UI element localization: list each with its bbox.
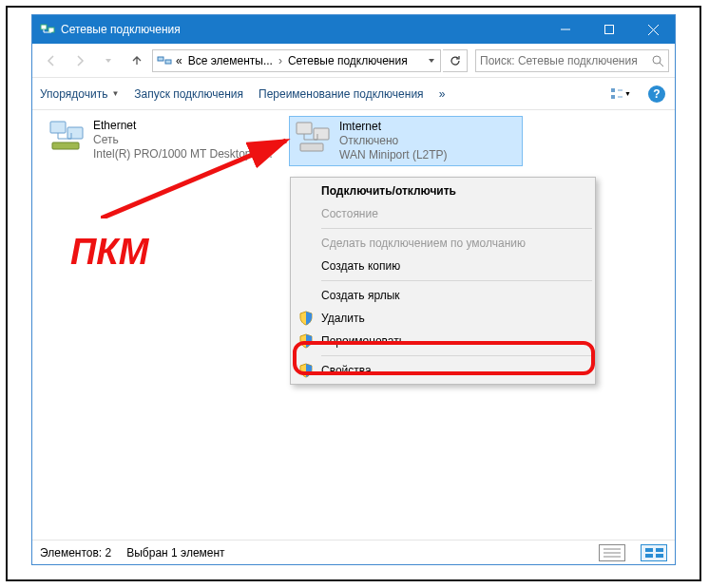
navbar: « Все элементы... › Сетевые подключения bbox=[32, 44, 675, 78]
connection-device: Intel(R) PRO/1000 MT Desktop Ad... bbox=[93, 147, 274, 161]
location-icon bbox=[157, 53, 172, 68]
shield-icon bbox=[298, 363, 314, 378]
toolbar: Упорядочить▼ Запуск подключения Переимен… bbox=[32, 78, 675, 110]
connection-item-ethernet[interactable]: Ethernet Сеть Intel(R) PRO/1000 MT Deskt… bbox=[44, 116, 278, 164]
search-input[interactable] bbox=[480, 54, 651, 67]
help-button[interactable]: ? bbox=[646, 84, 667, 104]
connection-status: Отключено bbox=[339, 134, 448, 148]
svg-rect-3 bbox=[605, 26, 614, 34]
menu-set-default: Сделать подключением по умолчанию bbox=[293, 232, 593, 255]
forward-button[interactable] bbox=[67, 47, 93, 74]
menu-connect[interactable]: Подключить/отключить bbox=[293, 180, 593, 202]
maximize-button[interactable] bbox=[587, 15, 631, 44]
svg-rect-11 bbox=[611, 95, 615, 99]
menu-create-shortcut[interactable]: Создать ярлык bbox=[293, 284, 593, 307]
svg-rect-19 bbox=[300, 143, 323, 151]
view-large-icons-button[interactable] bbox=[641, 544, 667, 561]
menu-properties[interactable]: Свойства bbox=[293, 359, 593, 382]
close-button[interactable] bbox=[631, 15, 675, 44]
connection-item-internet[interactable]: Imternet Отключено WAN Miniport (L2TP) bbox=[289, 116, 523, 166]
svg-rect-17 bbox=[297, 123, 312, 134]
start-connection-button[interactable]: Запуск подключения bbox=[134, 87, 243, 101]
connection-name: Ethernet bbox=[93, 119, 274, 133]
recent-dropdown[interactable] bbox=[95, 47, 122, 74]
network-adapter-icon bbox=[294, 120, 334, 156]
svg-line-9 bbox=[660, 63, 663, 66]
connection-name: Imternet bbox=[339, 120, 448, 134]
context-menu: Подключить/отключить Состояние Сделать п… bbox=[290, 177, 596, 385]
svg-rect-10 bbox=[611, 88, 615, 92]
breadcrumb-prefix: « bbox=[174, 54, 184, 67]
svg-rect-7 bbox=[165, 60, 171, 64]
menu-status: Состояние bbox=[293, 202, 593, 225]
menu-rename[interactable]: Переименовать bbox=[293, 330, 593, 352]
back-button[interactable] bbox=[38, 47, 65, 74]
shield-icon bbox=[298, 311, 314, 326]
minimize-button[interactable] bbox=[544, 15, 587, 44]
svg-point-8 bbox=[653, 56, 661, 64]
status-selected: Выбран 1 элемент bbox=[126, 546, 224, 560]
statusbar: Элементов: 2 Выбран 1 элемент bbox=[32, 540, 675, 564]
svg-rect-16 bbox=[52, 142, 79, 149]
svg-rect-15 bbox=[67, 127, 83, 139]
svg-rect-24 bbox=[656, 548, 663, 552]
organize-button[interactable]: Упорядочить▼ bbox=[40, 87, 119, 101]
svg-rect-25 bbox=[645, 554, 653, 558]
dropdown-icon: ▼ bbox=[111, 89, 119, 98]
more-chevron[interactable]: » bbox=[439, 87, 446, 101]
view-options-button[interactable]: ▼ bbox=[610, 84, 631, 104]
app-icon bbox=[40, 22, 55, 37]
svg-rect-18 bbox=[314, 128, 329, 140]
address-bar[interactable]: « Все элементы... › Сетевые подключения bbox=[152, 49, 441, 72]
refresh-button[interactable] bbox=[443, 49, 468, 72]
titlebar: Сетевые подключения bbox=[32, 15, 675, 44]
annotation-label: ПКМ bbox=[70, 232, 148, 273]
menu-create-copy[interactable]: Создать копию bbox=[293, 255, 593, 277]
chevron-right-icon: › bbox=[277, 54, 284, 67]
status-item-count: Элементов: 2 bbox=[40, 546, 111, 560]
breadcrumb-part1[interactable]: Все элементы... bbox=[186, 54, 275, 67]
shield-icon bbox=[298, 333, 314, 349]
svg-rect-14 bbox=[50, 122, 66, 133]
breadcrumb-part2[interactable]: Сетевые подключения bbox=[286, 54, 410, 67]
up-button[interactable] bbox=[124, 47, 150, 74]
menu-delete[interactable]: Удалить bbox=[293, 307, 593, 330]
view-details-button[interactable] bbox=[599, 544, 625, 561]
svg-rect-26 bbox=[656, 554, 663, 558]
search-box[interactable] bbox=[475, 49, 669, 72]
svg-rect-6 bbox=[158, 57, 163, 61]
search-icon bbox=[651, 54, 664, 67]
svg-rect-23 bbox=[645, 548, 653, 552]
rename-connection-button[interactable]: Переименование подключения bbox=[259, 87, 424, 101]
connection-device: WAN Miniport (L2TP) bbox=[339, 148, 448, 162]
address-expand-icon[interactable] bbox=[427, 56, 436, 66]
network-adapter-icon bbox=[48, 119, 87, 155]
connection-status: Сеть bbox=[93, 133, 274, 147]
window-title: Сетевые подключения bbox=[61, 23, 544, 36]
svg-rect-0 bbox=[41, 25, 47, 29]
